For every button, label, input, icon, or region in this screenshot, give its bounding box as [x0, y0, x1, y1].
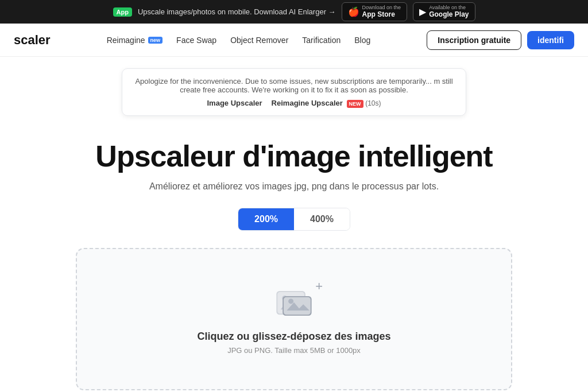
nav-links: Reimagine new Face Swap Object Remover T… — [107, 36, 371, 45]
hero-subtitle: Améliorez et améliorez vos images jpg, p… — [11, 181, 577, 192]
scale-400-button[interactable]: 400% — [294, 208, 350, 230]
upload-subtitle: JPG ou PNG. Taille max 5MB or 1000px — [88, 346, 500, 355]
nav-face-swap[interactable]: Face Swap — [176, 36, 216, 45]
alert-text: Apologize for the inconvenience. Due to … — [134, 77, 454, 94]
app-store-label: Download on the App Store — [362, 5, 401, 18]
upload-plus-icon: + — [315, 279, 323, 294]
alert-sub-items: Image Upscaler Reimagine Upscaler NEW (1… — [134, 99, 454, 107]
new-badge: new — [148, 37, 163, 44]
app-badge: App — [113, 7, 132, 17]
login-button[interactable]: identifi — [527, 31, 574, 49]
svg-rect-4 — [284, 297, 311, 315]
logo: scaler — [14, 33, 51, 48]
alert-reimagine-upscaler: Reimagine Upscaler NEW (10s) — [272, 99, 381, 107]
app-store-button[interactable]: 🍎 Download on the App Store — [342, 2, 408, 21]
nav-object-remover[interactable]: Object Remover — [230, 36, 288, 45]
nav-reimagine[interactable]: Reimagine new — [107, 36, 163, 45]
alert-countdown: (10s) — [365, 99, 381, 107]
nav-blog[interactable]: Blog — [354, 36, 370, 45]
upload-icon-wrapper: + — [273, 284, 315, 320]
apple-icon: 🍎 — [348, 6, 359, 17]
upload-area[interactable]: + Cliquez ou glissez-déposez des images … — [76, 248, 512, 390]
hero-title: Upscaleur d'image intelligent — [11, 139, 577, 173]
navbar-actions: Inscription gratuite identifi — [427, 30, 574, 50]
scale-200-button[interactable]: 200% — [238, 208, 294, 230]
alert-banner: Apologize for the inconvenience. Due to … — [122, 68, 466, 116]
hero-section: Upscaleur d'image intelligent Améliorez … — [0, 122, 588, 392]
scale-toggle: 200% 400% — [238, 208, 350, 231]
google-play-icon: ▶ — [419, 6, 426, 17]
google-play-button[interactable]: ▶ Available on the Google Play — [413, 2, 475, 21]
alert-new-tag: NEW — [347, 100, 363, 108]
top-banner: App Upscale images/photos on mobile. Dow… — [0, 0, 588, 24]
navbar: scaler Reimagine new Face Swap Object Re… — [0, 24, 588, 57]
alert-image-upscaler: Image Upscaler — [207, 99, 262, 107]
google-play-label: Available on the Google Play — [429, 5, 469, 18]
banner-text: Upscale images/photos on mobile. Downloa… — [138, 7, 336, 16]
signup-button[interactable]: Inscription gratuite — [427, 30, 521, 50]
svg-point-5 — [288, 298, 293, 304]
upload-title: Cliquez ou glissez-déposez des images — [88, 331, 500, 343]
nav-tarification[interactable]: Tarification — [302, 36, 341, 45]
upload-icon — [273, 284, 315, 318]
